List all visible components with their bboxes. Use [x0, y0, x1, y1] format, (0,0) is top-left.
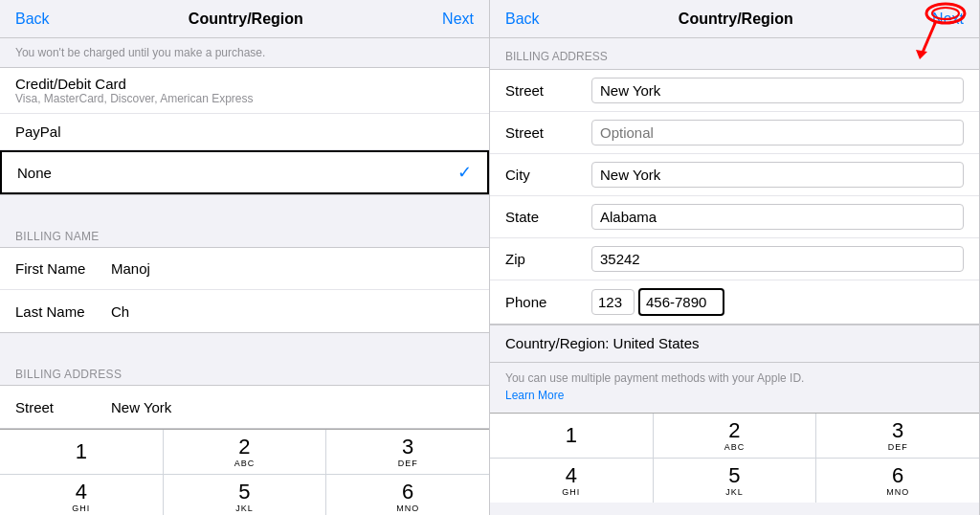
left-keyboard: 1 2 ABC 3 DEF 4 GHI 5 JKL 6 MNO — [0, 429, 489, 515]
r-key-3-main: 3 — [892, 419, 903, 442]
r-key-3-sub: DEF — [888, 442, 908, 452]
phone-area-input[interactable] — [591, 289, 635, 315]
left-back-button[interactable]: Back — [15, 11, 50, 28]
r-key-5[interactable]: 5 JKL — [654, 459, 816, 503]
street1-label: Street — [505, 82, 591, 99]
right-panel: Back Country/Region Next BILLING ADDRESS… — [490, 0, 980, 515]
left-nav-title: Country/Region — [189, 11, 303, 28]
section-gap-2 — [0, 333, 489, 360]
phone-inputs — [591, 288, 724, 316]
learn-more-text: You can use multiple payment methods wit… — [505, 371, 804, 385]
key-1-main: 1 — [76, 440, 87, 463]
zip-label: Zip — [505, 251, 591, 267]
first-name-row: First Name Manoj — [0, 248, 489, 290]
street2-row: Street — [490, 112, 979, 154]
info-text: You won't be charged until you make a pu… — [0, 38, 489, 67]
r-key-6-main: 6 — [892, 464, 903, 487]
phone-number-input[interactable] — [638, 288, 724, 316]
r-key-5-sub: JKL — [725, 487, 744, 497]
r-key-2[interactable]: 2 ABC — [654, 414, 816, 458]
street-value: New York — [111, 399, 171, 415]
key-5-main: 5 — [238, 481, 250, 504]
key-3-sub: DEF — [398, 459, 418, 468]
r-key-3[interactable]: 3 DEF — [816, 414, 979, 458]
street2-label: Street — [505, 124, 591, 141]
payment-methods-group: Credit/Debit Card Visa, MasterCard, Disc… — [0, 67, 489, 195]
billing-name-group: First Name Manoj Last Name Ch — [0, 247, 489, 333]
city-label: City — [505, 167, 591, 183]
none-label: None — [17, 165, 52, 181]
state-row: State — [490, 196, 979, 238]
first-name-label: First Name — [15, 260, 111, 277]
credit-card-label: Credit/Debit Card — [15, 76, 474, 92]
billing-name-header: BILLING NAME — [0, 222, 489, 247]
learn-more-section: You can use multiple payment methods wit… — [490, 363, 979, 413]
right-next-button[interactable]: Next — [932, 11, 964, 28]
street-label: Street — [15, 399, 111, 415]
r-key-2-main: 2 — [728, 419, 740, 442]
key-2-main: 2 — [238, 436, 250, 459]
r-key-1-main: 1 — [566, 424, 577, 447]
state-input[interactable] — [591, 204, 964, 230]
key-5-sub: JKL — [235, 504, 254, 513]
key-6-main: 6 — [402, 481, 413, 504]
r-key-4-main: 4 — [566, 464, 577, 487]
billing-address-header-right: BILLING ADDRESS — [490, 38, 979, 69]
r-key-2-sub: ABC — [724, 442, 746, 452]
r-key-6-sub: MNO — [886, 487, 909, 497]
key-2[interactable]: 2 ABC — [164, 430, 326, 474]
right-content: BILLING ADDRESS Street Street City State… — [490, 38, 979, 515]
right-nav-title: Country/Region — [679, 11, 793, 28]
right-keyboard: 1 2 ABC 3 DEF 4 GHI 5 JKL 6 MNO — [490, 413, 979, 503]
street-row: Street New York — [0, 386, 489, 428]
learn-more-link[interactable]: Learn More — [505, 389, 564, 402]
street2-input[interactable] — [591, 120, 964, 146]
billing-address-group: Street New York — [0, 385, 489, 429]
first-name-value: Manoj — [111, 260, 150, 277]
key-4[interactable]: 4 GHI — [0, 475, 163, 515]
r-key-5-main: 5 — [728, 464, 740, 487]
r-key-1[interactable]: 1 — [490, 414, 653, 458]
paypal-option[interactable]: PayPal — [0, 114, 489, 150]
right-billing-form: Street Street City State Zip Phone — [490, 69, 979, 325]
key-3-main: 3 — [402, 436, 413, 459]
key-3[interactable]: 3 DEF — [326, 430, 489, 474]
zip-row: Zip — [490, 238, 979, 280]
left-nav-bar: Back Country/Region Next — [0, 0, 489, 38]
key-6-sub: MNO — [396, 504, 419, 513]
last-name-row: Last Name Ch — [0, 290, 489, 332]
phone-label: Phone — [505, 294, 591, 310]
city-input[interactable] — [591, 162, 964, 188]
country-region-row[interactable]: Country/Region: United States — [490, 325, 979, 363]
r-key-4-sub: GHI — [562, 487, 580, 497]
left-panel: Back Country/Region Next You won't be ch… — [0, 0, 490, 515]
left-next-button[interactable]: Next — [442, 11, 474, 28]
key-6[interactable]: 6 MNO — [326, 475, 489, 515]
street1-row: Street — [490, 70, 979, 112]
state-label: State — [505, 209, 591, 225]
key-5[interactable]: 5 JKL — [164, 475, 326, 515]
zip-input[interactable] — [591, 246, 964, 272]
last-name-value: Ch — [111, 303, 129, 320]
credit-card-sub: Visa, MasterCard, Discover, American Exp… — [15, 92, 474, 105]
key-2-sub: ABC — [234, 459, 256, 468]
last-name-label: Last Name — [15, 303, 111, 320]
country-region-text: Country/Region: United States — [505, 335, 700, 351]
right-nav-bar: Back Country/Region Next — [490, 0, 979, 38]
billing-address-header-left: BILLING ADDRESS — [0, 360, 489, 385]
section-gap-1 — [0, 195, 489, 222]
phone-row: Phone — [490, 280, 979, 324]
r-key-6[interactable]: 6 MNO — [816, 459, 979, 503]
credit-card-option[interactable]: Credit/Debit Card Visa, MasterCard, Disc… — [0, 68, 489, 114]
r-key-4[interactable]: 4 GHI — [490, 459, 653, 503]
key-1[interactable]: 1 — [0, 430, 163, 474]
right-back-button[interactable]: Back — [505, 11, 540, 28]
key-4-sub: GHI — [72, 504, 90, 513]
street1-input[interactable] — [591, 78, 964, 103]
city-row: City — [490, 154, 979, 196]
none-selected-item[interactable]: None ✓ — [0, 150, 489, 194]
checkmark-icon: ✓ — [457, 162, 472, 183]
key-4-main: 4 — [76, 481, 87, 504]
left-content: You won't be charged until you make a pu… — [0, 38, 489, 515]
